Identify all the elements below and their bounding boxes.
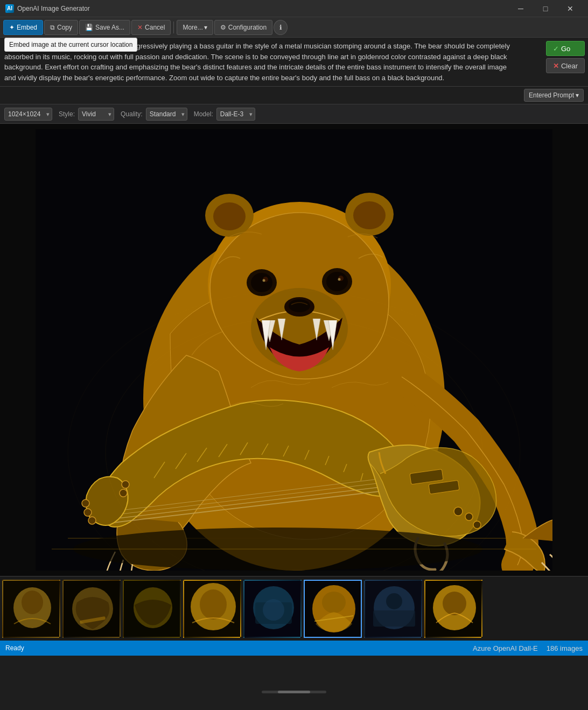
toolbar: ✦ Embed Embed image at the current curso… xyxy=(0,17,588,38)
thumbnail-4[interactable] xyxy=(183,580,241,638)
copy-label: Copy xyxy=(57,24,72,31)
svg-point-65 xyxy=(322,592,346,613)
info-button[interactable]: ℹ xyxy=(274,20,288,35)
copy-icon: ⧉ xyxy=(50,24,55,31)
style-control: Style: Vivid Natural xyxy=(59,108,114,121)
save-as-button[interactable]: 💾 Save As... xyxy=(79,20,130,35)
svg-point-73 xyxy=(443,592,466,615)
svg-point-12 xyxy=(263,279,265,282)
gear-icon: ⚙ xyxy=(220,24,226,31)
controls-row: 1024×1024 256×256 512×512 1024×1792 1792… xyxy=(0,104,588,124)
svg-point-38 xyxy=(473,521,481,529)
cancel-icon: ✕ xyxy=(137,24,143,31)
entered-prompt-label: Entered Prompt xyxy=(529,92,574,99)
style-label: Style: xyxy=(59,110,75,118)
size-select[interactable]: 1024×1024 256×256 512×512 1024×1792 1792… xyxy=(4,108,52,121)
minimize-button[interactable]: ─ xyxy=(508,0,533,17)
svg-point-41 xyxy=(88,517,96,524)
svg-point-37 xyxy=(465,513,473,521)
svg-point-7 xyxy=(353,201,386,229)
svg-point-42 xyxy=(122,481,129,488)
thumbnail-7[interactable] xyxy=(364,580,422,638)
svg-point-62 xyxy=(263,599,284,621)
style-select[interactable]: Vivid Natural xyxy=(78,108,114,121)
go-label: Go xyxy=(561,45,570,53)
save-icon: 💾 xyxy=(85,24,93,31)
thumbnail-scrollbar[interactable] xyxy=(262,691,326,693)
title-bar: AI OpenAI Image Generator ─ □ ✕ xyxy=(0,0,588,17)
more-label: More... xyxy=(183,24,202,31)
clear-icon: ✕ xyxy=(553,62,559,70)
status-right: Azure OpenAI Dall-E 186 images xyxy=(473,644,583,652)
more-button[interactable]: More... ▾ xyxy=(177,20,213,35)
embed-icon: ✦ xyxy=(9,24,15,31)
configuration-label: Configuration xyxy=(228,24,267,31)
quality-label: Quality: xyxy=(121,110,143,118)
quality-select[interactable]: Standard HD xyxy=(146,108,187,121)
entered-prompt-button[interactable]: Entered Prompt ▾ xyxy=(524,89,584,102)
model-select-wrapper: Dall-E-3 Dall-E-2 xyxy=(216,108,255,121)
svg-point-14 xyxy=(326,272,348,291)
thumbnail-6[interactable] xyxy=(304,580,362,638)
embed-label: Embed xyxy=(17,24,37,31)
check-icon: ✓ xyxy=(553,45,559,53)
quality-select-wrapper: Standard HD xyxy=(146,108,187,121)
thumbnail-1[interactable] xyxy=(2,580,60,638)
svg-point-58 xyxy=(200,589,227,620)
thumbnail-5[interactable] xyxy=(243,580,302,638)
dropdown-icon: ▾ xyxy=(576,92,579,99)
model-control: Model: Dall-E-3 Dall-E-2 xyxy=(194,108,255,121)
svg-point-43 xyxy=(120,489,127,497)
thumbnail-3[interactable] xyxy=(123,580,181,638)
model-label: Model: xyxy=(194,110,213,118)
svg-point-39 xyxy=(82,500,89,507)
status-bar: Ready Azure OpenAI Dall-E 186 images xyxy=(0,641,588,656)
cancel-button[interactable]: ✕ Cancel xyxy=(131,20,171,35)
maximize-button[interactable]: □ xyxy=(533,0,558,17)
svg-point-5 xyxy=(213,202,246,230)
clear-label: Clear xyxy=(561,62,578,70)
svg-point-40 xyxy=(84,509,92,516)
configuration-button[interactable]: ⚙ Configuration xyxy=(214,20,272,35)
prompt-actions: ✓ Go ✕ Clear xyxy=(546,41,585,73)
svg-point-18 xyxy=(289,299,310,312)
prompt-label-row: Entered Prompt ▾ xyxy=(0,87,588,104)
go-button[interactable]: ✓ Go xyxy=(546,41,585,56)
info-icon: ℹ xyxy=(279,24,282,31)
window-controls: ─ □ ✕ xyxy=(508,0,583,17)
svg-point-10 xyxy=(251,273,272,292)
svg-rect-69 xyxy=(373,610,415,627)
toolbar-separator xyxy=(173,22,174,33)
status-ready: Ready xyxy=(5,644,24,652)
status-service: Azure OpenAI Dall-E xyxy=(473,644,538,652)
embed-tooltip: Embed image at the current cursor locati… xyxy=(4,38,137,52)
model-select[interactable]: Dall-E-3 Dall-E-2 xyxy=(216,108,255,121)
svg-point-50 xyxy=(22,591,43,614)
app-icon: AI xyxy=(5,4,14,13)
close-button[interactable]: ✕ xyxy=(558,0,583,17)
copy-button[interactable]: ⧉ Copy xyxy=(44,20,78,35)
size-select-wrapper: 1024×1024 256×256 512×512 1024×1792 1792… xyxy=(4,108,52,121)
style-select-wrapper: Vivid Natural xyxy=(78,108,114,121)
size-control: 1024×1024 256×256 512×512 1024×1792 1792… xyxy=(4,108,52,121)
generated-image xyxy=(36,129,552,571)
app-title: OpenAI Image Generator xyxy=(17,5,508,12)
quality-control: Quality: Standard HD xyxy=(121,108,187,121)
thumbnail-strip xyxy=(0,576,588,641)
embed-button[interactable]: ✦ Embed xyxy=(3,20,43,35)
svg-point-16 xyxy=(338,278,341,281)
more-dropdown-icon: ▾ xyxy=(204,24,207,31)
thumbnail-2[interactable] xyxy=(62,580,121,638)
svg-point-70 xyxy=(386,593,402,609)
status-count: 186 images xyxy=(547,644,583,652)
thumbnail-8[interactable] xyxy=(424,580,482,638)
save-as-label: Save As... xyxy=(95,24,124,31)
cancel-label: Cancel xyxy=(145,24,165,31)
clear-button[interactable]: ✕ Clear xyxy=(546,58,585,73)
main-image-container xyxy=(0,124,588,576)
